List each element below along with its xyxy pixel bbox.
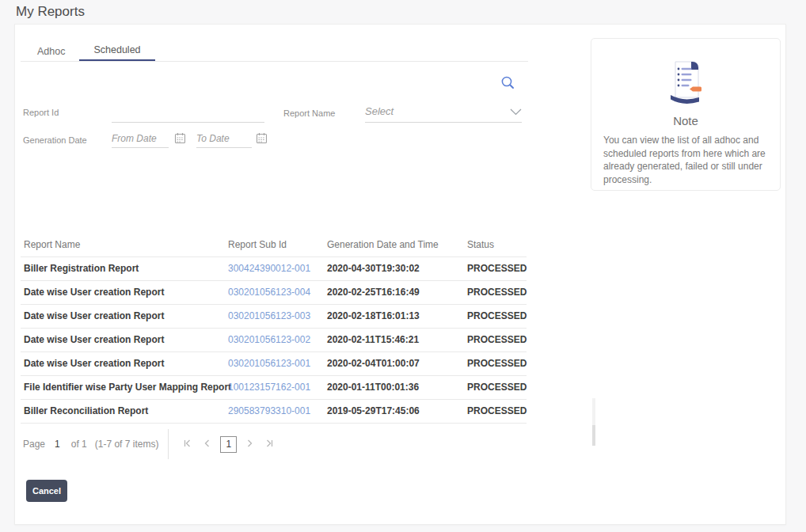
previous-page-icon: [203, 439, 212, 450]
cell-generation-date: 2020-02-25T16:16:49: [327, 280, 467, 304]
report-sub-id-link[interactable]: 030201056123-002: [228, 334, 310, 345]
status-badge: PROCESSED: [467, 280, 527, 304]
table-header-row: Report Name Report Sub Id Generation Dat…: [21, 233, 527, 256]
cell-generation-date: 2020-04-30T19:30:02: [327, 256, 467, 280]
status-badge: PROCESSED: [467, 399, 527, 423]
first-page-icon: [182, 439, 192, 450]
report-sub-id-link[interactable]: 290583793310-001: [228, 405, 310, 416]
page-number-input[interactable]: 1: [55, 439, 60, 450]
pagination-bar: Page 1 of 1 (1-7 of 7 items): [23, 429, 280, 459]
status-badge: PROCESSED: [467, 256, 527, 280]
report-sub-id-link[interactable]: 030201056123-003: [228, 310, 310, 321]
search-icon: [500, 82, 517, 94]
table-row: Date wise User creation Report 030201056…: [21, 304, 527, 328]
vertical-scrollbar[interactable]: [592, 398, 595, 446]
cell-report-name: Date wise User creation Report: [21, 352, 228, 375]
report-name-selected-value: Select: [365, 105, 393, 117]
cell-generation-date: 2020-01-11T00:01:36: [327, 375, 467, 399]
cell-generation-date: 2020-02-11T15:46:21: [327, 328, 467, 352]
cell-report-name: Biller Reconciliation Report: [21, 399, 228, 423]
page-label: Page: [23, 439, 45, 450]
cell-report-name: Date wise User creation Report: [21, 328, 228, 352]
next-page-icon: [245, 439, 254, 450]
reports-card: Adhoc Scheduled Report Id Report Name Se…: [14, 24, 786, 525]
from-date-calendar-button[interactable]: [173, 132, 187, 146]
report-document-icon: [591, 60, 780, 108]
table-row: Date wise User creation Report 030201056…: [21, 328, 527, 352]
first-page-button[interactable]: [177, 434, 197, 454]
to-date-input[interactable]: [196, 129, 252, 147]
col-header-generation-date: Generation Date and Time: [327, 233, 467, 256]
table-row: Biller Registration Report 300424390012-…: [21, 256, 527, 280]
last-page-icon: [265, 439, 275, 450]
tab-scheduled[interactable]: Scheduled: [79, 40, 154, 62]
col-header-status: Status: [467, 233, 527, 256]
to-date-calendar-button[interactable]: [255, 132, 268, 146]
items-count-text: (1-7 of 7 items): [95, 439, 159, 450]
note-title: Note: [591, 114, 780, 127]
reports-table: Report Name Report Sub Id Generation Dat…: [21, 233, 527, 424]
note-body-text: You can view the list of all adhoc and s…: [603, 134, 769, 186]
report-sub-id-link[interactable]: 030201056123-001: [228, 358, 310, 369]
report-name-label: Report Name: [283, 108, 335, 118]
cell-generation-date: 2020-02-04T01:00:07: [327, 352, 467, 375]
col-header-report-name: Report Name: [21, 233, 228, 256]
report-id-label: Report Id: [23, 108, 59, 117]
report-id-field-wrap: [112, 104, 264, 123]
calendar-icon: [174, 135, 186, 146]
current-page-box[interactable]: 1: [220, 436, 237, 453]
note-panel: Note You can view the list of all adhoc …: [591, 38, 781, 191]
search-button[interactable]: [498, 74, 519, 94]
status-badge: PROCESSED: [467, 352, 527, 375]
status-badge: PROCESSED: [467, 328, 527, 352]
calendar-icon: [256, 135, 268, 146]
status-badge: PROCESSED: [467, 375, 527, 399]
last-page-button[interactable]: [260, 434, 280, 454]
table-row: Date wise User creation Report 030201056…: [21, 280, 527, 304]
cell-report-name: Date wise User creation Report: [21, 304, 228, 328]
cell-report-name: Biller Registration Report: [21, 256, 228, 280]
cell-report-name: File Identifier wise Party User Mapping …: [21, 375, 228, 399]
report-id-input[interactable]: [112, 104, 264, 122]
cell-report-name: Date wise User creation Report: [21, 280, 228, 304]
scrollbar-thumb[interactable]: [592, 425, 595, 446]
from-date-field-wrap: [112, 129, 169, 148]
previous-page-button[interactable]: [197, 434, 218, 454]
cell-generation-date: 2020-02-18T16:01:13: [327, 304, 467, 328]
col-header-report-sub-id: Report Sub Id: [228, 233, 327, 256]
page-title: My Reports: [16, 4, 85, 20]
cell-generation-date: 2019-05-29T17:45:06: [327, 399, 467, 423]
pagination-separator: [168, 429, 169, 459]
table-row: Date wise User creation Report 030201056…: [21, 352, 527, 375]
generation-date-label: Generation Date: [23, 135, 87, 145]
status-badge: PROCESSED: [467, 304, 527, 328]
tab-bar: Adhoc Scheduled: [23, 40, 155, 62]
my-reports-screen: My Reports Adhoc Scheduled Report Id Rep…: [0, 0, 806, 532]
page-of-text: of 1: [71, 439, 87, 450]
table-row: Biller Reconciliation Report 29058379331…: [21, 399, 527, 423]
next-page-button[interactable]: [239, 434, 260, 454]
cancel-button[interactable]: Cancel: [26, 480, 67, 502]
table-row: File Identifier wise Party User Mapping …: [21, 375, 527, 399]
chevron-down-icon: [510, 104, 522, 119]
report-name-select[interactable]: Select: [365, 101, 522, 123]
tab-divider: [21, 61, 528, 62]
report-sub-id-link[interactable]: 030201056123-004: [228, 287, 310, 298]
to-date-field-wrap: [196, 129, 252, 148]
from-date-input[interactable]: [112, 129, 169, 147]
report-sub-id-link[interactable]: 300424390012-001: [228, 263, 310, 274]
report-sub-id-link[interactable]: 100123157162-001: [228, 382, 310, 393]
tab-adhoc[interactable]: Adhoc: [23, 40, 79, 62]
